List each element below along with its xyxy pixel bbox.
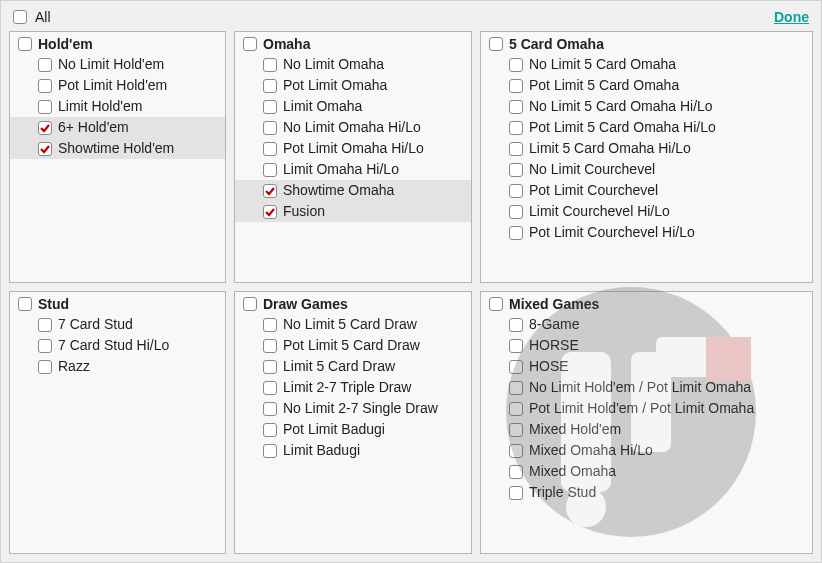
list-item[interactable]: HORSE [481, 335, 812, 356]
list-item[interactable]: Razz [10, 356, 225, 377]
group-checkbox-omaha[interactable] [243, 37, 257, 51]
item-checkbox[interactable] [38, 79, 52, 93]
item-checkbox[interactable] [38, 58, 52, 72]
done-link[interactable]: Done [774, 9, 809, 25]
list-item[interactable]: No Limit Omaha [235, 54, 471, 75]
list-item[interactable]: Pot Limit Hold'em / Pot Limit Omaha [481, 398, 812, 419]
list-item[interactable]: Pot Limit Courchevel Hi/Lo [481, 222, 812, 243]
group-header-stud[interactable]: Stud [10, 296, 225, 314]
item-checkbox[interactable] [509, 184, 523, 198]
list-item[interactable]: Pot Limit 5 Card Omaha [481, 75, 812, 96]
group-header-holdem[interactable]: Hold'em [10, 36, 225, 54]
item-checkbox[interactable] [509, 79, 523, 93]
item-checkbox[interactable] [509, 163, 523, 177]
item-checkbox[interactable] [38, 100, 52, 114]
list-item[interactable]: No Limit Omaha Hi/Lo [235, 117, 471, 138]
list-item[interactable]: Showtime Hold'em [10, 138, 225, 159]
group-items: No Limit OmahaPot Limit OmahaLimit Omaha… [235, 54, 471, 222]
list-item[interactable]: Limit 2-7 Triple Draw [235, 377, 471, 398]
list-item[interactable]: Limit Courchevel Hi/Lo [481, 201, 812, 222]
list-item[interactable]: No Limit Hold'em / Pot Limit Omaha [481, 377, 812, 398]
list-item[interactable]: HOSE [481, 356, 812, 377]
item-checkbox[interactable] [38, 339, 52, 353]
group-header-draw-games[interactable]: Draw Games [235, 296, 471, 314]
list-item[interactable]: Limit 5 Card Draw [235, 356, 471, 377]
list-item[interactable]: No Limit 5 Card Draw [235, 314, 471, 335]
item-checkbox[interactable] [38, 318, 52, 332]
group-checkbox-holdem[interactable] [18, 37, 32, 51]
item-checkbox[interactable] [263, 360, 277, 374]
item-checkbox[interactable] [263, 184, 277, 198]
list-item[interactable]: Limit Hold'em [10, 96, 225, 117]
group-header-mixed-games[interactable]: Mixed Games [481, 296, 812, 314]
item-checkbox[interactable] [509, 142, 523, 156]
item-checkbox[interactable] [509, 360, 523, 374]
list-item[interactable]: 6+ Hold'em [10, 117, 225, 138]
item-checkbox[interactable] [509, 486, 523, 500]
item-checkbox[interactable] [263, 444, 277, 458]
item-checkbox[interactable] [38, 142, 52, 156]
list-item[interactable]: No Limit 5 Card Omaha Hi/Lo [481, 96, 812, 117]
list-item[interactable]: Triple Stud [481, 482, 812, 503]
list-item[interactable]: 7 Card Stud Hi/Lo [10, 335, 225, 356]
list-item[interactable]: No Limit 5 Card Omaha [481, 54, 812, 75]
group-header-omaha[interactable]: Omaha [235, 36, 471, 54]
list-item[interactable]: Showtime Omaha [235, 180, 471, 201]
list-item[interactable]: Pot Limit 5 Card Omaha Hi/Lo [481, 117, 812, 138]
list-item[interactable]: Pot Limit 5 Card Draw [235, 335, 471, 356]
group-checkbox-fivecard-omaha[interactable] [489, 37, 503, 51]
item-checkbox[interactable] [263, 142, 277, 156]
item-checkbox[interactable] [509, 205, 523, 219]
list-item[interactable]: Mixed Omaha [481, 461, 812, 482]
list-item[interactable]: Pot Limit Omaha [235, 75, 471, 96]
item-checkbox[interactable] [263, 318, 277, 332]
item-checkbox[interactable] [263, 423, 277, 437]
list-item[interactable]: Fusion [235, 201, 471, 222]
item-checkbox[interactable] [263, 339, 277, 353]
item-checkbox[interactable] [509, 226, 523, 240]
list-item[interactable]: Pot Limit Hold'em [10, 75, 225, 96]
list-item[interactable]: Limit Omaha Hi/Lo [235, 159, 471, 180]
group-items: No Limit 5 Card OmahaPot Limit 5 Card Om… [481, 54, 812, 243]
item-checkbox[interactable] [509, 339, 523, 353]
item-checkbox[interactable] [38, 121, 52, 135]
item-checkbox[interactable] [263, 381, 277, 395]
item-checkbox[interactable] [509, 318, 523, 332]
item-checkbox[interactable] [263, 205, 277, 219]
group-checkbox-stud[interactable] [18, 297, 32, 311]
list-item[interactable]: No Limit Courchevel [481, 159, 812, 180]
item-checkbox[interactable] [263, 402, 277, 416]
item-checkbox[interactable] [509, 402, 523, 416]
item-checkbox[interactable] [509, 465, 523, 479]
item-checkbox[interactable] [263, 100, 277, 114]
list-item[interactable]: Limit 5 Card Omaha Hi/Lo [481, 138, 812, 159]
item-checkbox[interactable] [263, 163, 277, 177]
list-item[interactable]: Limit Omaha [235, 96, 471, 117]
group-checkbox-draw-games[interactable] [243, 297, 257, 311]
list-item[interactable]: 8-Game [481, 314, 812, 335]
list-item[interactable]: Limit Badugi [235, 440, 471, 461]
list-item[interactable]: No Limit 2-7 Single Draw [235, 398, 471, 419]
list-item[interactable]: Pot Limit Badugi [235, 419, 471, 440]
item-checkbox[interactable] [263, 58, 277, 72]
item-checkbox[interactable] [263, 79, 277, 93]
group-header-fivecard-omaha[interactable]: 5 Card Omaha [481, 36, 812, 54]
group-checkbox-mixed-games[interactable] [489, 297, 503, 311]
item-checkbox[interactable] [509, 100, 523, 114]
group-draw-games: Draw GamesNo Limit 5 Card DrawPot Limit … [234, 291, 472, 554]
list-item[interactable]: Mixed Omaha Hi/Lo [481, 440, 812, 461]
all-row[interactable]: All [13, 9, 51, 25]
item-checkbox[interactable] [509, 58, 523, 72]
item-checkbox[interactable] [263, 121, 277, 135]
item-checkbox[interactable] [509, 423, 523, 437]
item-checkbox[interactable] [38, 360, 52, 374]
all-checkbox[interactable] [13, 10, 27, 24]
item-checkbox[interactable] [509, 121, 523, 135]
list-item[interactable]: Pot Limit Omaha Hi/Lo [235, 138, 471, 159]
list-item[interactable]: 7 Card Stud [10, 314, 225, 335]
item-checkbox[interactable] [509, 381, 523, 395]
list-item[interactable]: Mixed Hold'em [481, 419, 812, 440]
list-item[interactable]: No Limit Hold'em [10, 54, 225, 75]
list-item[interactable]: Pot Limit Courchevel [481, 180, 812, 201]
item-checkbox[interactable] [509, 444, 523, 458]
